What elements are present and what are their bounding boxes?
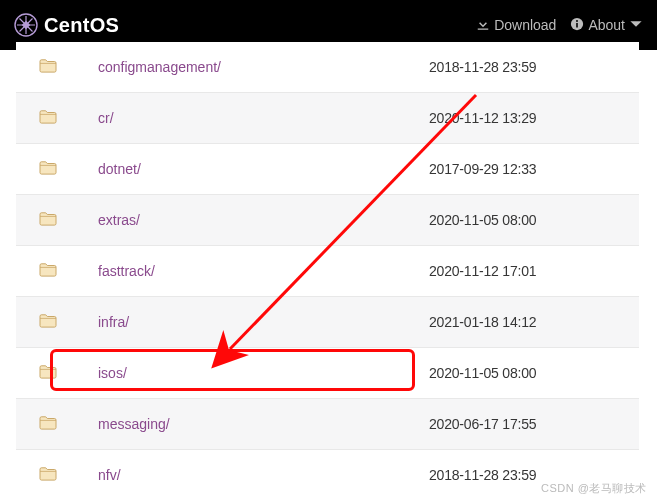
svg-point-4: [576, 20, 578, 22]
directory-link[interactable]: configmanagement/: [98, 59, 221, 75]
folder-icon: [39, 468, 57, 484]
directory-link[interactable]: messaging/: [98, 416, 170, 432]
download-icon: [476, 17, 490, 34]
date-cell: 2020-11-12 13:29: [429, 93, 639, 144]
date-cell: 2017-09-29 12:33: [429, 144, 639, 195]
table-row: cr/2020-11-12 13:29: [16, 93, 639, 144]
table-row: infra/2021-01-18 14:12: [16, 297, 639, 348]
date-cell: 2018-11-28 23:59: [429, 42, 639, 93]
directory-link[interactable]: nfv/: [98, 467, 121, 483]
date-cell: 2020-11-05 08:00: [429, 195, 639, 246]
svg-rect-3: [577, 22, 579, 27]
table-row: fasttrack/2020-11-12 17:01: [16, 246, 639, 297]
folder-icon: [39, 162, 57, 178]
watermark: CSDN @老马聊技术: [541, 481, 647, 496]
table-row: dotnet/2017-09-29 12:33: [16, 144, 639, 195]
about-label: About: [588, 17, 625, 33]
directory-table: configmanagement/2018-11-28 23:59cr/2020…: [16, 42, 639, 500]
directory-link[interactable]: infra/: [98, 314, 129, 330]
centos-logo-icon: [14, 13, 38, 37]
table-row: isos/2020-11-05 08:00: [16, 348, 639, 399]
directory-link[interactable]: extras/: [98, 212, 140, 228]
folder-icon: [39, 264, 57, 280]
date-cell: 2021-01-18 14:12: [429, 297, 639, 348]
folder-icon: [39, 366, 57, 382]
table-row: configmanagement/2018-11-28 23:59: [16, 42, 639, 93]
info-icon: [570, 17, 584, 34]
brand[interactable]: CentOS: [14, 13, 119, 37]
directory-link[interactable]: isos/: [98, 365, 127, 381]
date-cell: 2020-11-12 17:01: [429, 246, 639, 297]
table-row: messaging/2020-06-17 17:55: [16, 399, 639, 450]
chevron-down-icon: [629, 17, 643, 34]
directory-link[interactable]: dotnet/: [98, 161, 141, 177]
date-cell: 2020-06-17 17:55: [429, 399, 639, 450]
folder-icon: [39, 315, 57, 331]
folder-icon: [39, 417, 57, 433]
download-link[interactable]: Download: [476, 17, 556, 34]
brand-text: CentOS: [44, 14, 119, 37]
download-label: Download: [494, 17, 556, 33]
folder-icon: [39, 213, 57, 229]
folder-icon: [39, 60, 57, 76]
nav-actions: Download About: [476, 17, 643, 34]
directory-link[interactable]: fasttrack/: [98, 263, 155, 279]
date-cell: 2020-11-05 08:00: [429, 348, 639, 399]
directory-link[interactable]: cr/: [98, 110, 114, 126]
folder-icon: [39, 111, 57, 127]
about-link[interactable]: About: [570, 17, 643, 34]
table-row: extras/2020-11-05 08:00: [16, 195, 639, 246]
